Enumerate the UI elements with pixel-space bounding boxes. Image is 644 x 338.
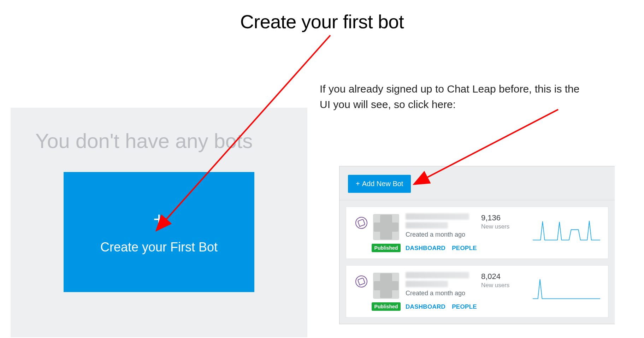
page-title: Create your first bot <box>240 11 404 32</box>
bot-stats-col: 8,024 New users <box>480 272 526 289</box>
bot-info-col: Created a month ago DASHBOARD PEOPLE <box>402 213 480 252</box>
platform-icon-col <box>353 213 370 229</box>
add-new-bot-label: Add New Bot <box>362 180 403 188</box>
empty-state-heading: You don't have any bots <box>35 129 283 153</box>
create-first-bot-button[interactable]: + Create your First Bot <box>64 172 254 292</box>
created-text: Created a month ago <box>406 290 480 297</box>
add-new-bot-button[interactable]: +Add New Bot <box>348 175 411 193</box>
bot-list-header: +Add New Bot <box>339 166 615 200</box>
sparkline-chart <box>533 274 600 303</box>
dashboard-link[interactable]: DASHBOARD <box>406 245 445 252</box>
instruction-text: If you already signed up to Chat Leap be… <box>320 81 581 112</box>
plus-icon: + <box>356 180 360 188</box>
status-badge: Published <box>372 302 401 311</box>
bot-links: DASHBOARD PEOPLE <box>406 303 480 310</box>
created-text: Created a month ago <box>406 231 480 238</box>
platform-icon-col <box>353 272 370 287</box>
bot-links: DASHBOARD PEOPLE <box>406 245 480 252</box>
bot-thumbnail <box>373 273 399 299</box>
bot-list-panel: +Add New Bot Published Created a month a… <box>339 166 615 324</box>
sparkline-chart <box>533 215 600 244</box>
bot-thumbnail <box>373 214 399 240</box>
bot-name-redacted <box>406 213 469 220</box>
sparkline-col <box>526 213 600 244</box>
bot-row[interactable]: Published Created a month ago DASHBOARD … <box>346 265 608 318</box>
empty-state-panel: You don't have any bots + Create your Fi… <box>11 108 307 337</box>
stat-label: New users <box>481 282 526 289</box>
bot-row[interactable]: Published Created a month ago DASHBOARD … <box>346 207 608 259</box>
viber-icon <box>355 217 367 229</box>
sparkline-col <box>526 272 600 303</box>
dashboard-link[interactable]: DASHBOARD <box>406 303 445 310</box>
stat-value: 8,024 <box>481 272 526 281</box>
bot-thumbnail-col: Published <box>370 213 402 252</box>
plus-icon: + <box>153 209 165 229</box>
stat-label: New users <box>481 223 526 230</box>
bot-subtitle-redacted <box>406 281 448 287</box>
status-badge: Published <box>372 244 401 252</box>
bot-thumbnail-col: Published <box>370 272 402 311</box>
bot-subtitle-redacted <box>406 222 448 229</box>
bot-info-col: Created a month ago DASHBOARD PEOPLE <box>402 272 480 310</box>
bot-name-redacted <box>406 272 469 278</box>
people-link[interactable]: PEOPLE <box>452 245 477 252</box>
viber-icon <box>355 275 367 287</box>
bot-stats-col: 9,136 New users <box>480 213 526 230</box>
people-link[interactable]: PEOPLE <box>452 303 477 310</box>
create-first-bot-label: Create your First Bot <box>100 240 218 255</box>
stat-value: 9,136 <box>481 213 526 223</box>
